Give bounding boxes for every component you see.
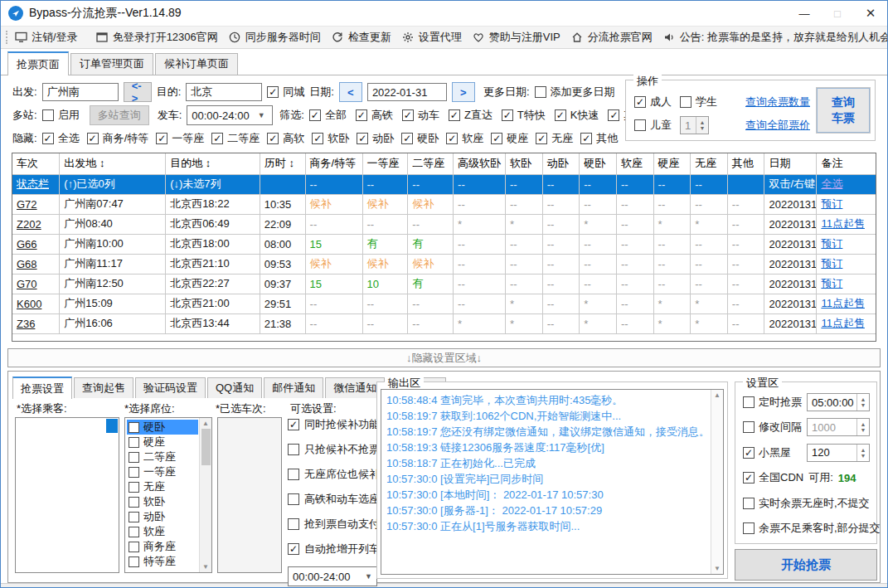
train-number-link[interactable]: Z36 <box>17 318 35 330</box>
table-row[interactable]: Z36广州16:06北京西13:4421:38------**--*--**--… <box>12 313 876 333</box>
toolbar-item[interactable]: 分流抢票官网 <box>571 30 653 45</box>
scroll-up-icon[interactable]: ▲ <box>714 391 721 399</box>
grab-time-select[interactable]: 00:00-24:00▼ <box>288 566 377 586</box>
column-header[interactable]: 日期 <box>764 153 817 174</box>
stepper-arrows-icon[interactable]: ▲▼ <box>696 117 708 134</box>
interval-stepper[interactable]: 1000▲▼ <box>807 418 870 436</box>
hide-checkbox-无座[interactable]: ✓无座 <box>536 131 573 146</box>
child-count-stepper[interactable]: 1▲▼ <box>680 116 709 134</box>
remark-link[interactable]: 预订 <box>821 277 842 289</box>
toolbar-item[interactable]: 检查更新 <box>332 30 391 45</box>
option-checkbox-抢到票自动支付[interactable]: 抢到票自动支付 <box>288 517 381 532</box>
table-row[interactable]: K600广州15:09北京西21:0029:51--------*--*--**… <box>12 294 876 313</box>
hide-checkbox-全选[interactable]: ✓全选 <box>42 131 80 146</box>
same-city-checkbox[interactable]: ✓同城 <box>267 85 304 100</box>
table-row[interactable]: G66广州南10:00北京西18:0008:0015有有------------… <box>12 234 876 254</box>
train-number-link[interactable]: K600 <box>17 298 41 310</box>
seat-option-软座[interactable]: 软座 <box>127 524 198 539</box>
seat-option-硬卧[interactable]: 硬卧 <box>127 420 198 435</box>
timed-grab-checkbox[interactable]: 定时抢票 <box>743 395 802 410</box>
filter-checkbox-全部[interactable]: ✓全部 <box>309 108 347 123</box>
remark-link[interactable]: 预订 <box>821 237 842 250</box>
column-header[interactable]: 高级软卧 <box>454 153 506 174</box>
column-header[interactable]: 一等座 <box>362 153 408 174</box>
column-header[interactable]: 软座 <box>616 153 653 174</box>
train-number-link[interactable]: G72 <box>17 198 37 211</box>
date-prev-button[interactable]: < <box>339 82 362 102</box>
toolbar-item[interactable]: 注销/登录 <box>15 30 78 45</box>
remark-link[interactable]: 全选 <box>821 177 842 190</box>
seat-option-动卧[interactable]: 动卧 <box>127 509 198 524</box>
toolbar-item[interactable]: 赞助与注册VIP <box>473 30 560 45</box>
table-row[interactable]: 状态栏(↑)已选0列(↓)未选7列--------------------双击/… <box>12 174 876 194</box>
column-header[interactable]: 其他 <box>727 153 764 174</box>
filter-checkbox-动车[interactable]: ✓动车 <box>402 108 439 123</box>
page-tab-订单管理页面[interactable]: 订单管理页面 <box>70 53 153 75</box>
toolbar-grip[interactable] <box>6 31 7 44</box>
page-tab-抢票页面[interactable]: 抢票页面 <box>7 51 69 75</box>
settings-tab-查询起售[interactable]: 查询起售 <box>74 377 133 398</box>
scroll-thumb[interactable] <box>201 429 211 465</box>
filter-checkbox-高铁[interactable]: ✓高铁 <box>356 108 393 123</box>
hide-checkbox-商务/特等[interactable]: ✓商务/特等 <box>87 131 149 146</box>
column-header[interactable]: 无座 <box>691 153 728 174</box>
multi-enable-checkbox[interactable]: 启用 <box>42 108 80 123</box>
column-header[interactable]: 软卧 <box>506 153 543 174</box>
scroll-down-icon[interactable]: ▼ <box>714 565 721 572</box>
timed-grab-stepper[interactable]: 05:00:00▲▼ <box>807 393 870 411</box>
output-scrollbar[interactable]: ▲▼ <box>711 390 723 574</box>
column-header[interactable]: 目的地 ↕ <box>166 153 260 174</box>
toolbar-item[interactable]: 免登录打开12306官网 <box>96 30 218 45</box>
seat-option-无座[interactable]: 无座 <box>127 479 198 494</box>
hide-checkbox-高软[interactable]: ✓高软 <box>267 131 304 146</box>
add-more-dates-checkbox[interactable]: 添加更多日期 <box>535 85 615 100</box>
train-number-link[interactable]: G68 <box>17 258 37 270</box>
column-header[interactable]: 车次 <box>12 153 60 174</box>
option-checkbox-无座席位也候补[interactable]: 无座席位也候补 <box>288 467 381 482</box>
dest-input[interactable]: 北京 <box>186 83 262 101</box>
hide-settings-divider[interactable]: ↓隐藏设置区域↓ <box>7 348 881 367</box>
start-grab-button[interactable]: 开始抢票 <box>735 549 877 581</box>
swap-stations-button[interactable]: <-> <box>124 82 152 102</box>
hide-checkbox-软卧[interactable]: ✓软卧 <box>312 131 349 146</box>
stepper-arrows-icon[interactable]: ▲▼ <box>856 419 869 435</box>
toolbar-item[interactable]: 设置代理 <box>402 30 462 45</box>
cdn-checkbox[interactable]: ✓全国CDN <box>743 470 803 485</box>
option-checkbox-高铁和动车选座[interactable]: 高铁和动车选座 <box>288 492 381 507</box>
remark-link[interactable]: 11点起售 <box>821 317 865 329</box>
train-number-link[interactable]: Z202 <box>17 218 41 231</box>
maximize-button[interactable]: □ <box>821 1 854 26</box>
hide-checkbox-二等座[interactable]: ✓二等座 <box>211 131 260 146</box>
filter-checkbox-K快速[interactable]: ✓K快速 <box>555 108 599 123</box>
table-row[interactable]: Z202广州08:40北京西06:4922:09------**--*--**-… <box>12 214 876 234</box>
column-header[interactable]: 动卧 <box>542 153 580 174</box>
partial-submit-checkbox[interactable]: 余票不足乘客时,部分提交 <box>743 521 881 536</box>
column-header[interactable]: 硬座 <box>653 153 691 174</box>
seat-option-硬座[interactable]: 硬座 <box>127 435 198 450</box>
selected-trains-listbox[interactable] <box>217 417 282 573</box>
hide-checkbox-软座[interactable]: ✓软座 <box>446 131 483 146</box>
column-header[interactable]: 历时 ↕ <box>260 153 305 174</box>
no-seat-checkbox[interactable]: 实时余票无座时,不提交 <box>743 496 870 511</box>
interval-checkbox[interactable]: 修改间隔 <box>743 420 802 435</box>
remark-link[interactable]: 11点起售 <box>821 297 865 309</box>
settings-tab-抢票设置[interactable]: 抢票设置 <box>12 377 72 399</box>
multi-query-button[interactable]: 多站查询 <box>90 105 149 125</box>
column-header[interactable]: 商务/特等 <box>305 153 362 174</box>
column-header[interactable]: 出发地 ↕ <box>60 153 166 174</box>
minimize-button[interactable]: — <box>788 1 821 26</box>
child-checkbox[interactable]: 儿童 <box>634 118 672 133</box>
column-header[interactable]: 硬卧 <box>580 153 617 174</box>
scroll-down-icon[interactable]: ▼ <box>202 563 209 571</box>
adult-checkbox[interactable]: ✓成人 <box>634 95 672 109</box>
hide-checkbox-硬卧[interactable]: ✓硬卧 <box>401 131 439 146</box>
column-header[interactable]: 二等座 <box>408 153 454 174</box>
depart-time-select[interactable]: 00:00-24:00▼ <box>187 105 273 125</box>
seat-option-软卧[interactable]: 软卧 <box>127 494 198 509</box>
remark-link[interactable]: 预订 <box>821 197 842 210</box>
column-header[interactable]: 备注 <box>817 153 876 174</box>
stepper-arrows-icon[interactable]: ▲▼ <box>856 445 869 461</box>
table-row[interactable]: G70广州南12:50北京西22:2709:371510有-----------… <box>12 274 876 294</box>
seat-listbox[interactable]: 硬卧硬座二等座一等座无座软卧动卧软座商务座特等座▲▼ <box>124 417 212 573</box>
seat-option-一等座[interactable]: 一等座 <box>127 464 198 479</box>
